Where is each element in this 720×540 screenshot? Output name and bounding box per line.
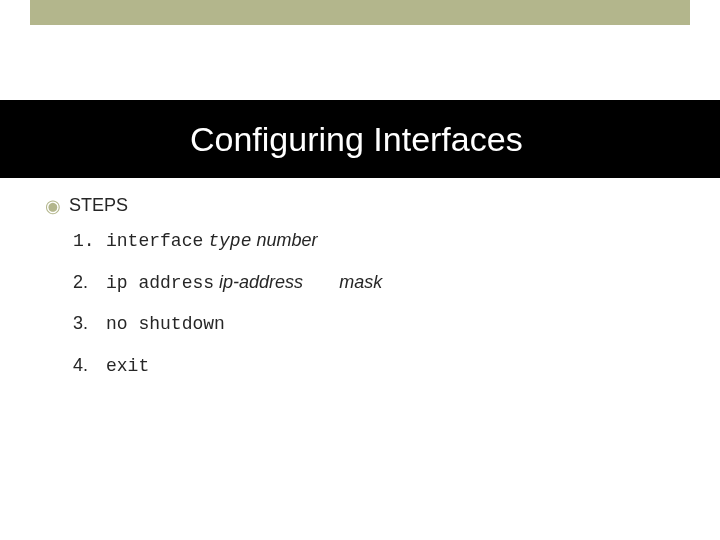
step-4: 4. exit: [73, 355, 690, 378]
step-3: 3. no shutdown: [73, 313, 690, 336]
steps-heading-label: STEPS: [69, 195, 128, 216]
steps-list: 1. interface type number 2. ip address i…: [73, 230, 690, 377]
step-arg-mask: mask: [339, 272, 382, 292]
bullet-icon: ◉: [45, 197, 61, 215]
title-bar: Configuring Interfaces: [0, 100, 720, 178]
step-arg-type: type: [208, 231, 251, 251]
step-number: 2.: [73, 272, 101, 294]
step-arg-ipaddress: ip-address: [219, 272, 303, 292]
page-title: Configuring Interfaces: [190, 120, 523, 159]
step-number: 4.: [73, 355, 101, 377]
step-2: 2. ip address ip-address mask: [73, 272, 690, 295]
step-number: 3.: [73, 313, 101, 335]
step-command: ip address: [106, 273, 214, 293]
content-area: ◉ STEPS 1. interface type number 2. ip a…: [45, 195, 690, 396]
top-accent-bar: [30, 0, 690, 25]
step-command: no shutdown: [106, 314, 225, 334]
step-command: exit: [106, 356, 149, 376]
step-command: interface: [106, 231, 203, 251]
step-arg-number: number: [256, 230, 317, 250]
step-1: 1. interface type number: [73, 230, 690, 253]
step-number: 1.: [73, 231, 101, 253]
steps-heading-row: ◉ STEPS: [45, 195, 690, 216]
